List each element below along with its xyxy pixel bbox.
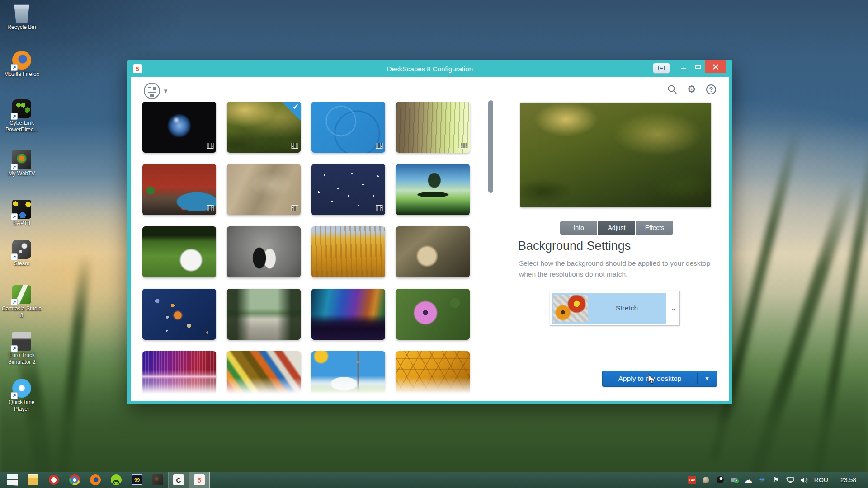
- wallpaper-thumbnail-earth[interactable]: [142, 102, 216, 153]
- tray-volume-icon[interactable]: [800, 476, 808, 484]
- tab-info[interactable]: Info: [560, 221, 597, 235]
- wallpaper-thumbnail-solar-system[interactable]: [142, 289, 216, 340]
- camtasia-studio-8-icon: [12, 285, 31, 304]
- pin-to-desktop-button[interactable]: [653, 63, 670, 74]
- tray-onedrive-cloud-icon[interactable]: ☁: [744, 476, 752, 484]
- wallpaper-thumbnail-snowfall[interactable]: [311, 164, 385, 215]
- apply-to-desktop-button[interactable]: Apply to my desktop ▼: [602, 371, 717, 387]
- animated-wallpaper-badge-icon: [291, 142, 298, 150]
- search-icon[interactable]: [667, 84, 677, 94]
- wallpaper-thumbnail-floating-island[interactable]: [396, 164, 470, 215]
- opera-icon: [49, 475, 59, 485]
- wallpaper-thumbnail-autumn-twine[interactable]: [396, 226, 470, 277]
- tab-adjust[interactable]: Adjust: [598, 221, 635, 235]
- desktop-icon-steam[interactable]: Steam: [1, 240, 42, 267]
- tray-network-share-icon[interactable]: ✳: [758, 476, 766, 484]
- taskbar-game-tile-button[interactable]: [147, 472, 168, 488]
- my-webtv-icon: [12, 150, 31, 169]
- animated-wallpaper-badge-icon: [376, 142, 383, 150]
- taskbar-opera-button[interactable]: [43, 472, 64, 488]
- taskbar-apps: 99C5: [0, 472, 210, 488]
- wallpaper-thumbnail-rainbow-swirl[interactable]: [227, 351, 301, 398]
- taskbar-chrome-button[interactable]: [64, 472, 85, 488]
- wallpaper-thumbnail-golf-ball[interactable]: [142, 226, 216, 277]
- game-tile-icon: [152, 474, 163, 485]
- tab-effects[interactable]: Effects: [636, 221, 673, 235]
- desktop-icon-camtasia-studio-8[interactable]: Camtasia Studio 8: [1, 285, 42, 319]
- taskbar-start-button[interactable]: [2, 472, 23, 488]
- taskbar-media-99-button[interactable]: 99: [127, 472, 147, 488]
- wallpaper-thumbnail-grass[interactable]: ✓: [227, 102, 301, 153]
- dropdown-selected-option[interactable]: Stretch: [552, 293, 666, 324]
- file-explorer-icon: [28, 474, 38, 485]
- taskbar-file-explorer-button[interactable]: [23, 472, 43, 488]
- settings-gear-icon[interactable]: ⚙: [687, 84, 696, 94]
- animated-wallpaper-badge-icon: [376, 205, 383, 213]
- deskscapes-icon: 5: [194, 474, 205, 485]
- wallpaper-thumbnail-canvas-texture[interactable]: [227, 164, 301, 215]
- desktop-icon-euro-truck-simulator-2[interactable]: Euro Truck Simulator 2: [1, 332, 42, 366]
- view-mode-button[interactable]: ▼: [144, 83, 169, 99]
- desktop-icon-cyberlink-powerdirector[interactable]: CyberLink PowerDirec...: [1, 99, 42, 133]
- taskbar-clock[interactable]: 23:58: [840, 476, 856, 483]
- wallpaper-thumbnail-honeycomb[interactable]: [396, 351, 470, 398]
- close-icon: [713, 64, 718, 70]
- background-settings-description: Select how the background should be appl…: [519, 258, 722, 280]
- shortcut-arrow-icon: [11, 64, 18, 71]
- wallpaper-thumbnail-cats[interactable]: [227, 226, 301, 277]
- desktop-icon-mozilla-firefox[interactable]: Mozilla Firefox: [1, 51, 42, 78]
- grid-view-icon: [144, 83, 160, 99]
- checkmark-icon: ✓: [292, 102, 299, 112]
- window-titlebar[interactable]: 5 DeskScapes 8 Configuration: [127, 60, 732, 77]
- desktop-icon-my-webtv[interactable]: My WebTV: [1, 150, 42, 177]
- desktop-icon-label: Recycle Bin: [7, 24, 36, 31]
- desktop-icon-sapt3[interactable]: SAPT3: [1, 200, 42, 227]
- tray-network-status-icon[interactable]: [786, 476, 794, 484]
- wallpaper-thumbnail-blue-circles[interactable]: [311, 102, 385, 153]
- desktop-icon-label: Euro Truck Simulator 2: [1, 352, 42, 366]
- maximize-button[interactable]: [691, 60, 705, 74]
- wallpaper-thumbnail-aurora[interactable]: [311, 289, 385, 340]
- desktop-icon-label: Steam: [14, 260, 30, 267]
- background-mode-dropdown[interactable]: Stretch ⌄: [550, 291, 680, 326]
- tray-lav-icon[interactable]: LAV: [688, 476, 696, 484]
- dropdown-chevron-icon[interactable]: ⌄: [668, 291, 679, 325]
- selected-wallpaper-preview: [520, 103, 711, 207]
- app-logo-icon: 5: [133, 64, 142, 73]
- start-icon: [7, 474, 18, 486]
- scrollbar-thumb[interactable]: [488, 100, 493, 193]
- minimize-button[interactable]: [676, 60, 691, 74]
- tray-steam-tray-icon[interactable]: [716, 476, 724, 484]
- wallpaper-thumbnail-tree-path[interactable]: [227, 289, 301, 340]
- wallpaper-thumbnail-wheat-field[interactable]: [311, 226, 385, 277]
- tray-usb-safe-remove-icon[interactable]: ✓: [730, 476, 738, 484]
- background-settings-heading: Background Settings: [518, 239, 631, 253]
- wallpaper-thumbnail-waveform[interactable]: [142, 351, 216, 398]
- close-button[interactable]: [705, 60, 726, 73]
- wallpaper-thumbnail-retro-car[interactable]: [142, 164, 216, 215]
- desktop-icon-quicktime-player[interactable]: QuickTime Player: [1, 379, 42, 413]
- tray-action-center-flag-icon[interactable]: ⚑: [772, 476, 780, 484]
- wallpaper-thumbnail-pink-daisy[interactable]: [396, 289, 470, 340]
- wallpaper-thumbnail-space-needle[interactable]: [311, 351, 385, 398]
- maximize-icon: [695, 65, 701, 69]
- taskbar-camtasia-button[interactable]: C: [168, 472, 189, 488]
- cyberlink-powerdirector-icon: [12, 99, 31, 118]
- shortcut-arrow-icon: [11, 253, 18, 260]
- taskbar-firefox-button[interactable]: [85, 472, 106, 488]
- quicktime-player-icon: [12, 379, 31, 398]
- apply-dropdown-arrow-icon[interactable]: ▼: [698, 375, 717, 382]
- help-icon[interactable]: ?: [706, 84, 716, 94]
- desktop-icon-label: Camtasia Studio 8: [1, 305, 42, 319]
- tray-sphere-icon[interactable]: [702, 476, 710, 484]
- wallpaper-thumbnail-bark[interactable]: [396, 102, 470, 153]
- animated-wallpaper-badge-icon: [207, 142, 214, 150]
- shortcut-arrow-icon: [11, 392, 18, 399]
- taskbar-deskscapes-button[interactable]: 5: [189, 472, 210, 488]
- desktop-icon-recycle-bin[interactable]: Recycle Bin: [1, 4, 42, 31]
- media-99-icon: 99: [132, 474, 142, 485]
- language-indicator[interactable]: ROU: [814, 476, 828, 483]
- taskbar-spotify-button[interactable]: [106, 472, 127, 488]
- window-title: DeskScapes 8 Configuration: [127, 65, 732, 73]
- grid-scrollbar[interactable]: [488, 99, 494, 379]
